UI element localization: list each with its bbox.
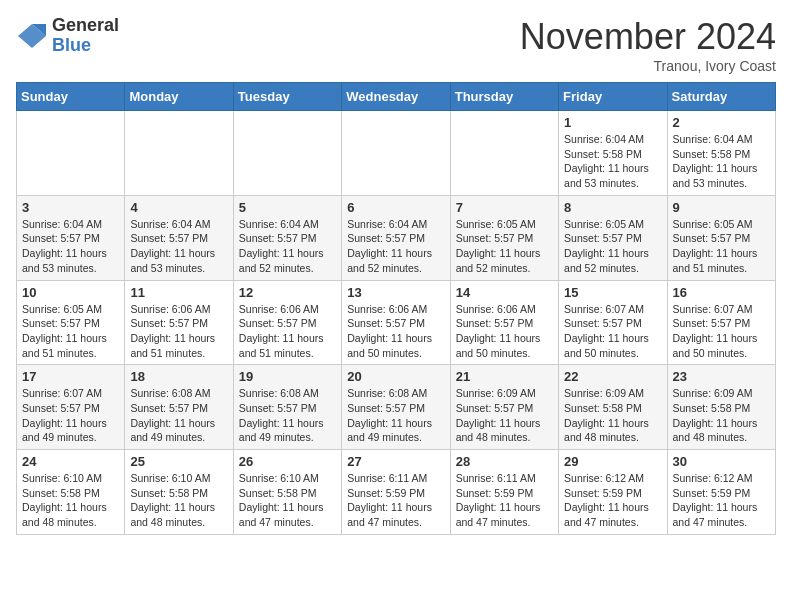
month-title: November 2024 [520,16,776,58]
day-number: 30 [673,454,770,469]
calendar-cell: 18Sunrise: 6:08 AM Sunset: 5:57 PM Dayli… [125,365,233,450]
calendar-cell: 21Sunrise: 6:09 AM Sunset: 5:57 PM Dayli… [450,365,558,450]
day-info: Sunrise: 6:06 AM Sunset: 5:57 PM Dayligh… [347,302,444,361]
day-info: Sunrise: 6:06 AM Sunset: 5:57 PM Dayligh… [130,302,227,361]
day-number: 15 [564,285,661,300]
calendar-cell: 25Sunrise: 6:10 AM Sunset: 5:58 PM Dayli… [125,450,233,535]
logo-icon [16,22,48,50]
day-info: Sunrise: 6:06 AM Sunset: 5:57 PM Dayligh… [456,302,553,361]
calendar-cell: 15Sunrise: 6:07 AM Sunset: 5:57 PM Dayli… [559,280,667,365]
calendar-cell: 10Sunrise: 6:05 AM Sunset: 5:57 PM Dayli… [17,280,125,365]
calendar-cell: 13Sunrise: 6:06 AM Sunset: 5:57 PM Dayli… [342,280,450,365]
day-info: Sunrise: 6:04 AM Sunset: 5:57 PM Dayligh… [347,217,444,276]
weekday-header: Tuesday [233,83,341,111]
calendar-cell: 26Sunrise: 6:10 AM Sunset: 5:58 PM Dayli… [233,450,341,535]
day-number: 7 [456,200,553,215]
day-info: Sunrise: 6:09 AM Sunset: 5:58 PM Dayligh… [564,386,661,445]
calendar-cell: 29Sunrise: 6:12 AM Sunset: 5:59 PM Dayli… [559,450,667,535]
weekday-header: Sunday [17,83,125,111]
calendar-cell: 30Sunrise: 6:12 AM Sunset: 5:59 PM Dayli… [667,450,775,535]
day-info: Sunrise: 6:12 AM Sunset: 5:59 PM Dayligh… [673,471,770,530]
calendar-week-row: 10Sunrise: 6:05 AM Sunset: 5:57 PM Dayli… [17,280,776,365]
day-info: Sunrise: 6:08 AM Sunset: 5:57 PM Dayligh… [347,386,444,445]
day-number: 18 [130,369,227,384]
calendar-cell: 17Sunrise: 6:07 AM Sunset: 5:57 PM Dayli… [17,365,125,450]
day-number: 19 [239,369,336,384]
weekday-header: Thursday [450,83,558,111]
day-number: 4 [130,200,227,215]
day-info: Sunrise: 6:09 AM Sunset: 5:57 PM Dayligh… [456,386,553,445]
calendar-cell: 20Sunrise: 6:08 AM Sunset: 5:57 PM Dayli… [342,365,450,450]
location-label: Tranou, Ivory Coast [520,58,776,74]
day-info: Sunrise: 6:04 AM Sunset: 5:57 PM Dayligh… [22,217,119,276]
calendar-cell: 24Sunrise: 6:10 AM Sunset: 5:58 PM Dayli… [17,450,125,535]
calendar-cell: 2Sunrise: 6:04 AM Sunset: 5:58 PM Daylig… [667,111,775,196]
calendar-table: SundayMondayTuesdayWednesdayThursdayFrid… [16,82,776,535]
calendar-cell: 3Sunrise: 6:04 AM Sunset: 5:57 PM Daylig… [17,195,125,280]
day-number: 23 [673,369,770,384]
day-info: Sunrise: 6:04 AM Sunset: 5:58 PM Dayligh… [673,132,770,191]
calendar-cell [342,111,450,196]
day-number: 24 [22,454,119,469]
day-number: 25 [130,454,227,469]
day-info: Sunrise: 6:05 AM Sunset: 5:57 PM Dayligh… [673,217,770,276]
day-info: Sunrise: 6:07 AM Sunset: 5:57 PM Dayligh… [673,302,770,361]
weekday-header-row: SundayMondayTuesdayWednesdayThursdayFrid… [17,83,776,111]
day-info: Sunrise: 6:11 AM Sunset: 5:59 PM Dayligh… [456,471,553,530]
day-info: Sunrise: 6:04 AM Sunset: 5:57 PM Dayligh… [239,217,336,276]
calendar-cell [233,111,341,196]
day-info: Sunrise: 6:04 AM Sunset: 5:58 PM Dayligh… [564,132,661,191]
day-info: Sunrise: 6:10 AM Sunset: 5:58 PM Dayligh… [130,471,227,530]
page-header: General Blue November 2024 Tranou, Ivory… [16,16,776,74]
day-info: Sunrise: 6:12 AM Sunset: 5:59 PM Dayligh… [564,471,661,530]
day-number: 26 [239,454,336,469]
calendar-cell [450,111,558,196]
day-number: 3 [22,200,119,215]
calendar-cell: 11Sunrise: 6:06 AM Sunset: 5:57 PM Dayli… [125,280,233,365]
day-info: Sunrise: 6:11 AM Sunset: 5:59 PM Dayligh… [347,471,444,530]
logo-blue-text: Blue [52,36,119,56]
calendar-cell: 23Sunrise: 6:09 AM Sunset: 5:58 PM Dayli… [667,365,775,450]
day-number: 6 [347,200,444,215]
calendar-cell: 6Sunrise: 6:04 AM Sunset: 5:57 PM Daylig… [342,195,450,280]
calendar-cell: 5Sunrise: 6:04 AM Sunset: 5:57 PM Daylig… [233,195,341,280]
day-number: 8 [564,200,661,215]
calendar-week-row: 1Sunrise: 6:04 AM Sunset: 5:58 PM Daylig… [17,111,776,196]
day-number: 22 [564,369,661,384]
calendar-cell: 28Sunrise: 6:11 AM Sunset: 5:59 PM Dayli… [450,450,558,535]
calendar-week-row: 17Sunrise: 6:07 AM Sunset: 5:57 PM Dayli… [17,365,776,450]
day-number: 21 [456,369,553,384]
title-block: November 2024 Tranou, Ivory Coast [520,16,776,74]
day-info: Sunrise: 6:08 AM Sunset: 5:57 PM Dayligh… [130,386,227,445]
day-number: 12 [239,285,336,300]
day-info: Sunrise: 6:05 AM Sunset: 5:57 PM Dayligh… [22,302,119,361]
calendar-cell: 4Sunrise: 6:04 AM Sunset: 5:57 PM Daylig… [125,195,233,280]
day-info: Sunrise: 6:05 AM Sunset: 5:57 PM Dayligh… [456,217,553,276]
logo-general-text: General [52,16,119,36]
day-number: 9 [673,200,770,215]
day-info: Sunrise: 6:04 AM Sunset: 5:57 PM Dayligh… [130,217,227,276]
day-number: 17 [22,369,119,384]
day-info: Sunrise: 6:09 AM Sunset: 5:58 PM Dayligh… [673,386,770,445]
weekday-header: Friday [559,83,667,111]
day-number: 5 [239,200,336,215]
day-number: 2 [673,115,770,130]
day-info: Sunrise: 6:10 AM Sunset: 5:58 PM Dayligh… [22,471,119,530]
calendar-cell: 22Sunrise: 6:09 AM Sunset: 5:58 PM Dayli… [559,365,667,450]
calendar-week-row: 3Sunrise: 6:04 AM Sunset: 5:57 PM Daylig… [17,195,776,280]
day-number: 20 [347,369,444,384]
day-number: 11 [130,285,227,300]
calendar-cell: 14Sunrise: 6:06 AM Sunset: 5:57 PM Dayli… [450,280,558,365]
day-number: 14 [456,285,553,300]
calendar-cell: 12Sunrise: 6:06 AM Sunset: 5:57 PM Dayli… [233,280,341,365]
weekday-header: Wednesday [342,83,450,111]
calendar-cell: 19Sunrise: 6:08 AM Sunset: 5:57 PM Dayli… [233,365,341,450]
day-info: Sunrise: 6:10 AM Sunset: 5:58 PM Dayligh… [239,471,336,530]
calendar-cell: 9Sunrise: 6:05 AM Sunset: 5:57 PM Daylig… [667,195,775,280]
logo: General Blue [16,16,119,56]
calendar-cell: 8Sunrise: 6:05 AM Sunset: 5:57 PM Daylig… [559,195,667,280]
calendar-cell: 16Sunrise: 6:07 AM Sunset: 5:57 PM Dayli… [667,280,775,365]
day-info: Sunrise: 6:07 AM Sunset: 5:57 PM Dayligh… [22,386,119,445]
day-number: 28 [456,454,553,469]
day-number: 29 [564,454,661,469]
